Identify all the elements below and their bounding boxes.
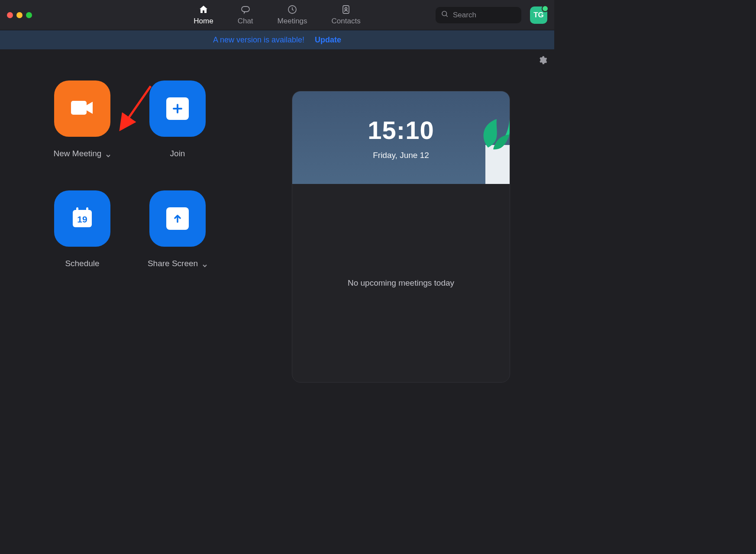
avatar-initials: TG bbox=[533, 11, 544, 19]
main-content: New Meeting Join bbox=[0, 49, 554, 406]
video-icon bbox=[69, 98, 95, 119]
chevron-down-icon bbox=[106, 151, 111, 156]
tab-label: Contacts bbox=[332, 17, 361, 26]
calendar-day: 19 bbox=[69, 214, 95, 225]
new-meeting-button[interactable] bbox=[54, 81, 110, 137]
window-controls bbox=[7, 12, 32, 18]
clock-hero: 15:10 Friday, June 12 bbox=[292, 91, 510, 184]
chat-icon bbox=[240, 4, 251, 15]
tab-chat[interactable]: Chat bbox=[238, 4, 253, 30]
plant-decoration bbox=[458, 119, 510, 184]
join-button[interactable] bbox=[149, 81, 206, 137]
tile-new-meeting: New Meeting bbox=[35, 81, 130, 167]
upcoming-panel: 15:10 Friday, June 12 No upcoming meetin… bbox=[292, 91, 510, 383]
update-link[interactable]: Update bbox=[315, 35, 341, 45]
join-label-row[interactable]: Join bbox=[170, 149, 185, 158]
upcoming-empty-state: No upcoming meetings today bbox=[292, 184, 510, 382]
share-screen-label-row[interactable]: Share Screen bbox=[148, 259, 207, 268]
upcoming-empty-text: No upcoming meetings today bbox=[348, 278, 454, 288]
svg-rect-8 bbox=[76, 207, 78, 213]
tab-label: Meetings bbox=[278, 17, 307, 26]
tab-label: Chat bbox=[238, 17, 253, 26]
svg-point-3 bbox=[345, 8, 347, 10]
search-box[interactable] bbox=[436, 7, 521, 23]
clock-time: 15:10 bbox=[368, 116, 434, 145]
tile-label-text: Share Screen bbox=[148, 259, 198, 268]
update-message: A new version is available! bbox=[213, 35, 304, 45]
svg-rect-6 bbox=[71, 101, 87, 115]
chevron-down-icon bbox=[202, 261, 207, 266]
tab-home[interactable]: Home bbox=[194, 4, 213, 30]
contacts-icon bbox=[340, 4, 352, 15]
tile-join: Join bbox=[130, 81, 225, 167]
home-icon bbox=[198, 4, 209, 15]
schedule-label-row[interactable]: Schedule bbox=[65, 259, 99, 268]
arrow-up-icon bbox=[166, 207, 189, 230]
tile-schedule: 19 Schedule bbox=[35, 190, 130, 277]
tile-label-text: Schedule bbox=[65, 259, 99, 268]
svg-point-4 bbox=[442, 11, 447, 16]
tab-contacts[interactable]: Contacts bbox=[332, 4, 361, 30]
svg-rect-9 bbox=[86, 207, 88, 213]
svg-rect-0 bbox=[242, 6, 249, 12]
tile-share-screen: Share Screen bbox=[130, 190, 225, 277]
update-banner: A new version is available! Update bbox=[0, 30, 554, 49]
maximize-window-button[interactable] bbox=[26, 12, 32, 18]
share-screen-button[interactable] bbox=[149, 190, 206, 247]
avatar[interactable]: TG bbox=[530, 6, 547, 24]
nav-tabs: Home Chat Meetings Contacts bbox=[194, 0, 360, 30]
clock-date: Friday, June 12 bbox=[373, 151, 429, 160]
search-icon bbox=[441, 10, 449, 20]
tab-label: Home bbox=[194, 17, 213, 26]
tile-label-text: New Meeting bbox=[54, 149, 102, 158]
tab-meetings[interactable]: Meetings bbox=[278, 4, 307, 30]
plus-icon bbox=[166, 97, 189, 120]
new-meeting-label-row[interactable]: New Meeting bbox=[54, 149, 111, 158]
clock-icon bbox=[287, 4, 298, 15]
minimize-window-button[interactable] bbox=[16, 12, 23, 18]
calendar-icon: 19 bbox=[69, 205, 95, 232]
tile-label-text: Join bbox=[170, 149, 185, 158]
schedule-button[interactable]: 19 bbox=[54, 190, 110, 247]
action-tiles: New Meeting Join bbox=[0, 49, 260, 406]
svg-rect-10 bbox=[485, 145, 510, 184]
titlebar: Home Chat Meetings Contacts TG bbox=[0, 0, 554, 30]
close-window-button[interactable] bbox=[7, 12, 13, 18]
